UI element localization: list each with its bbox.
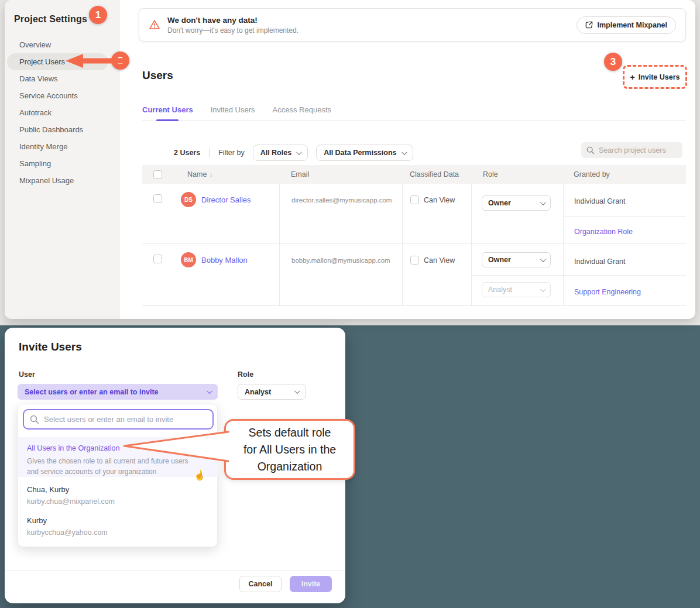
- role-select[interactable]: Owner: [482, 195, 551, 211]
- invite-users-button[interactable]: + Invite Users: [623, 65, 687, 89]
- header-granted-by: Granted by: [563, 170, 686, 178]
- roles-filter-dropdown[interactable]: All Roles: [253, 145, 308, 161]
- sidebar-item-overview[interactable]: Overview: [5, 36, 120, 53]
- user-select-value: Select users or enter an email to invite: [25, 388, 159, 396]
- search-input[interactable]: [599, 146, 677, 154]
- chevron-down-icon: [294, 388, 300, 394]
- banner-title: We don't have any data!: [167, 16, 577, 25]
- role-select[interactable]: Owner: [482, 252, 551, 267]
- callout-tail: [117, 427, 229, 466]
- filter-row: 2 Users Filter by All Roles All Data Per…: [174, 145, 421, 161]
- avatar: DS: [181, 192, 196, 207]
- user-name-link[interactable]: Bobby Mallon: [201, 256, 248, 265]
- user-email: bobby.mallon@mymusicapp.com: [279, 244, 402, 305]
- filter-by-label: Filter by: [218, 149, 244, 157]
- search-project-users[interactable]: [581, 142, 682, 158]
- row-checkbox[interactable]: [153, 255, 162, 263]
- invite-button[interactable]: Invite: [290, 576, 332, 592]
- can-view-option: Can View: [410, 195, 471, 204]
- table-row: DS Director Salles director.salles@mymus…: [142, 184, 686, 244]
- divider: [209, 148, 210, 157]
- organization-role-link[interactable]: Organization Role: [574, 228, 633, 236]
- external-link-icon: [585, 21, 593, 29]
- row-checkbox[interactable]: [153, 194, 162, 203]
- can-view-checkbox[interactable]: [410, 195, 419, 204]
- user-count: 2 Users: [174, 149, 200, 157]
- table-header-row: Name ↕ Email Classified Data Role Grante…: [142, 165, 686, 184]
- tab-invited-users[interactable]: Invited Users: [211, 105, 255, 114]
- can-view-label: Can View: [424, 256, 455, 265]
- search-icon: [586, 146, 595, 154]
- role-field-label: Role: [238, 370, 253, 379]
- invite-users-label: Invite Users: [639, 73, 680, 81]
- dialog-title: Invite Users: [19, 341, 82, 353]
- implement-mixpanel-button[interactable]: Implement Mixpanel: [577, 16, 676, 34]
- sidebar-item-identity-merge[interactable]: Identity Merge: [5, 138, 120, 155]
- search-icon: [30, 415, 39, 424]
- header-classified-data: Classified Data: [402, 170, 471, 178]
- chevron-down-icon: [540, 286, 546, 292]
- cancel-button[interactable]: Cancel: [239, 576, 282, 592]
- warning-icon: [149, 19, 160, 30]
- header-email: Email: [279, 170, 402, 178]
- chevron-down-icon: [401, 149, 407, 155]
- sidebar-item-service-accounts[interactable]: Service Accounts: [5, 87, 120, 104]
- granted-by-value: Individual Grant: [574, 257, 626, 266]
- sidebar-title: Project Settings: [14, 14, 87, 25]
- tab-access-requests[interactable]: Access Requests: [273, 105, 331, 114]
- footer-divider: [5, 571, 345, 571]
- chevron-down-icon: [540, 200, 546, 205]
- sidebar-item-public-dashboards[interactable]: Public Dashboards: [5, 121, 120, 138]
- role-select-disabled: Analyst: [482, 282, 551, 297]
- plus-icon: +: [630, 73, 634, 82]
- step-1-badge: 1: [89, 6, 107, 24]
- header-name: Name ↕: [173, 170, 279, 178]
- chevron-down-icon: [207, 388, 212, 394]
- can-view-label: Can View: [424, 196, 455, 204]
- dropdown-search[interactable]: [23, 409, 214, 430]
- tab-current-users[interactable]: Current Users: [142, 105, 193, 114]
- role-select[interactable]: Analyst: [238, 384, 306, 400]
- option-user[interactable]: Kurby kurbycchua@yahoo.com: [18, 516, 218, 537]
- users-page-title: Users: [142, 69, 173, 82]
- select-all-checkbox[interactable]: [153, 170, 162, 179]
- permissions-filter-value: All Data Permissions: [324, 149, 396, 157]
- user-select-dropdown: All Users in the Organization Gives the …: [18, 404, 218, 547]
- implement-mixpanel-label: Implement Mixpanel: [598, 21, 667, 29]
- chevron-down-icon: [296, 149, 302, 155]
- table-row: BM Bobby Mallon bobby.mallon@mymusicapp.…: [142, 244, 686, 305]
- project-settings-panel: Project Settings Overview Project Users …: [5, 0, 695, 319]
- dropdown-search-input[interactable]: [44, 415, 207, 424]
- can-view-option: Can View: [410, 256, 471, 265]
- user-field-label: User: [19, 370, 35, 379]
- sidebar-item-mixpanel-usage[interactable]: Mixpanel Usage: [5, 172, 120, 189]
- user-name-link[interactable]: Director Salles: [201, 195, 251, 204]
- step-3-badge: 3: [604, 53, 622, 71]
- banner-subtitle: Don't worry—it's easy to get implemented…: [167, 26, 577, 35]
- hand-cursor-icon: ☝: [193, 469, 206, 482]
- role-select-value: Analyst: [245, 388, 271, 396]
- users-table: Name ↕ Email Classified Data Role Grante…: [142, 165, 686, 306]
- chevron-down-icon: [540, 256, 546, 262]
- support-engineering-link[interactable]: Support Engineering: [574, 288, 641, 296]
- roles-filter-value: All Roles: [260, 149, 292, 157]
- sidebar: Project Settings Overview Project Users …: [5, 0, 120, 319]
- permissions-filter-dropdown[interactable]: All Data Permissions: [316, 145, 413, 161]
- option-user[interactable]: Chua, Kurby kurby.chua@mixpanel.com: [18, 485, 218, 506]
- avatar: BM: [181, 252, 196, 267]
- arrow-left-icon: [64, 53, 129, 68]
- no-data-banner: We don't have any data! Don't worry—it's…: [139, 8, 686, 42]
- users-tabbar: Current Users Invited Users Access Reque…: [142, 105, 686, 121]
- user-select[interactable]: Select users or enter an email to invite: [18, 384, 218, 400]
- header-role: Role: [471, 170, 563, 178]
- sort-icon[interactable]: ↕: [210, 171, 212, 178]
- can-view-checkbox[interactable]: [410, 256, 419, 265]
- sidebar-item-sampling[interactable]: Sampling: [5, 155, 120, 172]
- banner-text: We don't have any data! Don't worry—it's…: [167, 16, 577, 35]
- sidebar-item-autotrack[interactable]: Autotrack: [5, 104, 120, 121]
- sidebar-item-data-views[interactable]: Data Views: [5, 70, 120, 87]
- granted-by-value: Individual Grant: [574, 197, 626, 205]
- callout-bubble: Sets default role for All Users in the O…: [224, 419, 355, 480]
- user-email: director.salles@mymusicapp.com: [279, 184, 402, 243]
